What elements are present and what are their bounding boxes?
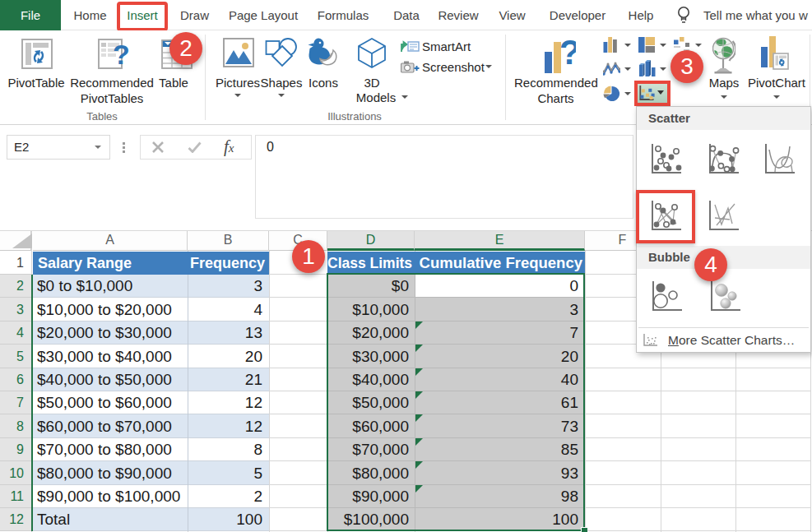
svg-text:?: ? [559, 35, 576, 72]
svg-text:?: ? [113, 39, 130, 69]
